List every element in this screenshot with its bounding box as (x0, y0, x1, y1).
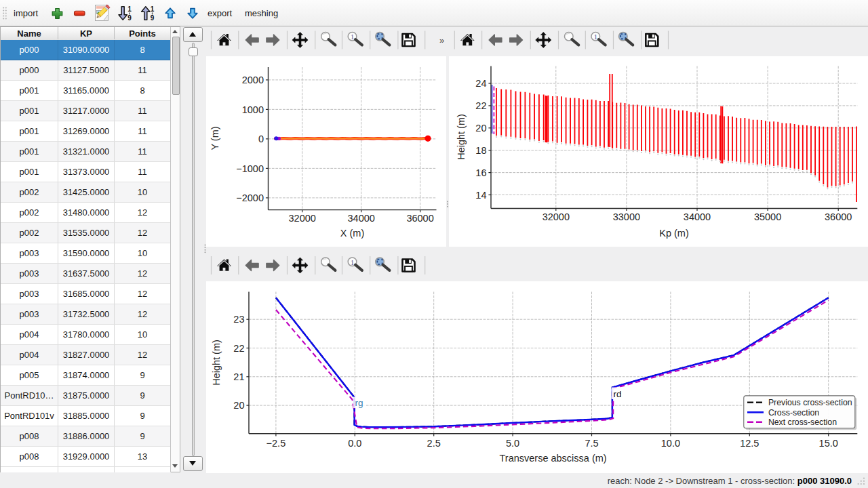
svg-text:15.0: 15.0 (819, 438, 838, 449)
svg-text:20: 20 (475, 123, 486, 134)
svg-text:22: 22 (233, 343, 244, 354)
svg-text:36000: 36000 (406, 213, 433, 224)
svg-text:33000: 33000 (613, 211, 640, 222)
svg-text:rd: rd (614, 389, 622, 399)
svg-text:Cross-section: Cross-section (768, 408, 819, 418)
svg-text:23: 23 (233, 314, 244, 325)
svg-text:34000: 34000 (684, 211, 711, 222)
svg-text:0: 0 (258, 134, 264, 144)
svg-text:−1000: −1000 (236, 163, 264, 174)
svg-text:Next cross-section: Next cross-section (768, 418, 837, 427)
svg-text:32000: 32000 (289, 213, 316, 224)
svg-text:18: 18 (475, 145, 486, 156)
svg-text:1000: 1000 (242, 104, 264, 115)
svg-text:12.5: 12.5 (740, 438, 759, 449)
svg-text:2.5: 2.5 (427, 438, 441, 449)
svg-text:−2000: −2000 (236, 192, 264, 203)
svg-text:32000: 32000 (542, 211, 570, 222)
svg-text:−2.5: −2.5 (267, 438, 286, 449)
svg-text:»: » (439, 35, 444, 45)
svg-text:14: 14 (475, 190, 486, 201)
svg-text:2000: 2000 (242, 75, 264, 85)
svg-text:1: 1 (151, 5, 155, 13)
svg-text:21: 21 (233, 371, 244, 382)
svg-text:Transverse abscissa (m): Transverse abscissa (m) (499, 453, 606, 464)
svg-text:5.0: 5.0 (506, 438, 519, 449)
svg-text:X (m): X (m) (340, 228, 364, 239)
svg-text:22: 22 (475, 100, 486, 111)
svg-text:0.0: 0.0 (348, 438, 361, 449)
svg-text:Height (m): Height (m) (456, 114, 467, 160)
svg-text:35000: 35000 (754, 211, 781, 222)
svg-text:Y (m): Y (m) (210, 126, 220, 150)
svg-text:16: 16 (475, 167, 486, 178)
svg-text:20: 20 (233, 400, 244, 411)
svg-text:7.5: 7.5 (585, 438, 598, 449)
svg-text:34000: 34000 (348, 213, 375, 224)
svg-text:10.0: 10.0 (661, 438, 680, 449)
svg-text:24: 24 (475, 78, 486, 89)
svg-text:rg: rg (355, 398, 363, 408)
svg-text:Kp (m): Kp (m) (659, 228, 689, 239)
svg-text:Previous cross-section: Previous cross-section (768, 398, 852, 407)
svg-text:36000: 36000 (825, 211, 852, 222)
svg-text:Height (m): Height (m) (211, 340, 222, 386)
svg-text:1: 1 (127, 5, 132, 13)
